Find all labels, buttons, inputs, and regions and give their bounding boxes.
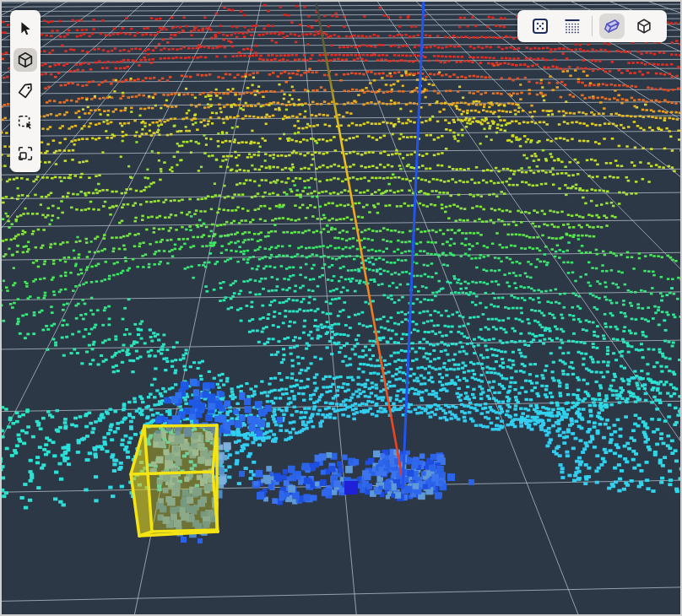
point-cloud-canvas[interactable] xyxy=(2,2,680,614)
points-ground-view-button[interactable] xyxy=(560,14,585,39)
area-select-tool-button[interactable] xyxy=(14,111,37,134)
orthographic-view-button[interactable] xyxy=(631,14,657,39)
fit-view-tool-button[interactable] xyxy=(14,142,37,165)
cuboid-tool-button[interactable] xyxy=(14,48,37,72)
dice-box-icon xyxy=(530,16,550,36)
pointer-tool-button[interactable] xyxy=(14,17,37,41)
cube-icon xyxy=(16,51,35,69)
toolbar-divider xyxy=(592,16,593,36)
marquee-cursor-icon xyxy=(16,113,35,132)
perspective-view-button[interactable] xyxy=(599,14,625,39)
ground-points-icon xyxy=(562,16,582,36)
cursor-arrow-icon xyxy=(16,19,35,38)
tag-icon xyxy=(16,82,35,100)
cube-outline-icon xyxy=(635,17,653,35)
prism-icon xyxy=(602,16,622,36)
points-box-view-button[interactable] xyxy=(528,14,553,39)
tag-tool-button[interactable] xyxy=(14,79,37,103)
fit-frame-icon xyxy=(16,144,35,163)
view-mode-toolbar xyxy=(517,10,667,42)
left-toolbar xyxy=(10,10,41,172)
annotation-3d-viewport xyxy=(0,0,682,616)
